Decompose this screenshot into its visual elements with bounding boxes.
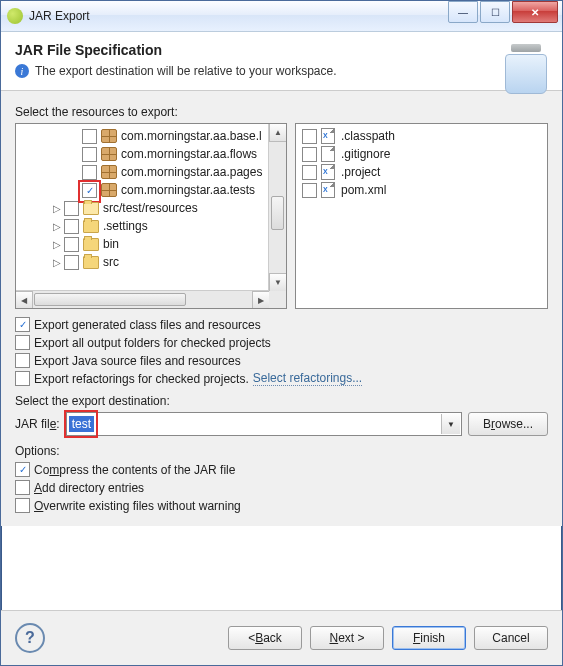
checkbox-label: Export all output folders for checked pr… [34, 336, 271, 350]
tree-node[interactable]: ▷src/test/resources [22, 199, 284, 217]
tree-checkbox[interactable] [82, 165, 97, 180]
file-item[interactable]: X.project [302, 163, 545, 181]
tree-label: com.morningstar.aa.tests [121, 183, 255, 197]
folder-icon [83, 256, 99, 269]
checkbox-label: Export generated class files and resourc… [34, 318, 261, 332]
checkbox-label: Export refactorings for checked projects… [34, 372, 249, 386]
destination-label: Select the export destination: [15, 394, 548, 408]
tree-label: com.morningstar.aa.base.l [121, 129, 262, 143]
chevron-down-icon[interactable]: ▼ [441, 414, 460, 434]
file-label: .classpath [341, 129, 395, 143]
close-button[interactable]: ✕ [512, 1, 558, 23]
tree-node[interactable]: com.morningstar.aa.tests [22, 181, 284, 199]
tree-label: com.morningstar.aa.flows [121, 147, 257, 161]
next-button[interactable]: Next > [310, 626, 384, 650]
scroll-left-icon[interactable]: ◀ [16, 291, 33, 308]
tree-node[interactable]: ▷src [22, 253, 284, 271]
scroll-corner [269, 291, 286, 308]
folder-icon [83, 238, 99, 251]
checkbox-label: Overwrite existing files without warning [34, 499, 241, 513]
tree-label: src [103, 255, 119, 269]
file-label: .project [341, 165, 380, 179]
export-output-folders-checkbox[interactable]: Export all output folders for checked pr… [15, 335, 548, 350]
wizard-header: JAR File Specification i The export dest… [1, 32, 562, 91]
cancel-button[interactable]: Cancel [474, 626, 548, 650]
tree-node[interactable]: com.morningstar.aa.base.l [22, 127, 284, 145]
page-title: JAR File Specification [15, 42, 548, 58]
tree-checkbox[interactable] [64, 219, 79, 234]
expand-icon[interactable]: ▷ [52, 203, 62, 214]
jar-file-value: test [69, 416, 94, 432]
export-java-source-checkbox[interactable]: Export Java source files and resources [15, 353, 548, 368]
back-button[interactable]: < Back [228, 626, 302, 650]
window-title: JAR Export [29, 9, 448, 23]
file-checkbox[interactable] [302, 147, 317, 162]
tree-label: src/test/resources [103, 201, 198, 215]
expand-icon[interactable]: ▷ [52, 221, 62, 232]
jar-icon [504, 44, 548, 92]
info-icon: i [15, 64, 29, 78]
file-item[interactable]: Xpom.xml [302, 181, 545, 199]
folder-icon [83, 220, 99, 233]
scroll-right-icon[interactable]: ▶ [252, 291, 269, 308]
overwrite-checkbox[interactable]: Overwrite existing files without warning [15, 498, 548, 513]
tree-checkbox[interactable] [82, 147, 97, 162]
tree-checkbox[interactable] [82, 183, 97, 198]
tree-vscrollbar[interactable]: ▲ ▼ [268, 124, 286, 291]
tree-checkbox[interactable] [64, 201, 79, 216]
checkbox-label: Add directory entries [34, 481, 144, 495]
tree-node[interactable]: com.morningstar.aa.flows [22, 145, 284, 163]
package-icon [101, 165, 117, 179]
tree-node[interactable]: ▷.settings [22, 217, 284, 235]
eclipse-icon [7, 8, 23, 24]
scroll-down-icon[interactable]: ▼ [269, 273, 286, 291]
tree-node[interactable]: ▷bin [22, 235, 284, 253]
scroll-up-icon[interactable]: ▲ [269, 124, 286, 142]
checkbox-label: Compress the contents of the JAR file [34, 463, 235, 477]
help-button[interactable]: ? [15, 623, 45, 653]
export-refactorings-checkbox[interactable]: Export refactorings for checked projects… [15, 371, 548, 386]
tree-checkbox[interactable] [64, 237, 79, 252]
file-icon [321, 146, 335, 162]
titlebar[interactable]: JAR Export — ☐ ✕ [1, 1, 562, 32]
package-icon [101, 183, 117, 197]
expand-icon[interactable]: ▷ [52, 239, 62, 250]
tree-node[interactable]: com.morningstar.aa.pages [22, 163, 284, 181]
checkbox-label: Export Java source files and resources [34, 354, 241, 368]
export-class-files-checkbox[interactable]: Export generated class files and resourc… [15, 317, 548, 332]
file-item[interactable]: .gitignore [302, 145, 545, 163]
file-icon: X [321, 164, 335, 180]
resources-label: Select the resources to export: [15, 105, 548, 119]
package-icon [101, 129, 117, 143]
minimize-button[interactable]: — [448, 1, 478, 23]
file-label: pom.xml [341, 183, 386, 197]
resource-tree-pane[interactable]: com.morningstar.aa.base.l com.morningsta… [15, 123, 287, 309]
jar-file-combo[interactable]: test ▼ [66, 412, 462, 436]
tree-checkbox[interactable] [64, 255, 79, 270]
file-label: .gitignore [341, 147, 390, 161]
add-directory-checkbox[interactable]: Add directory entries [15, 480, 548, 495]
select-refactorings-link[interactable]: Select refactorings... [253, 371, 362, 386]
jar-export-dialog: JAR Export — ☐ ✕ JAR File Specification … [0, 0, 563, 666]
jar-file-label: JAR file: [15, 417, 60, 431]
file-checkbox[interactable] [302, 183, 317, 198]
maximize-button[interactable]: ☐ [480, 1, 510, 23]
finish-button[interactable]: Finish [392, 626, 466, 650]
tree-label: bin [103, 237, 119, 251]
scroll-thumb[interactable] [271, 196, 284, 230]
tree-hscrollbar[interactable]: ◀ ▶ [16, 290, 269, 308]
file-checkbox[interactable] [302, 165, 317, 180]
tree-label: com.morningstar.aa.pages [121, 165, 262, 179]
compress-checkbox[interactable]: Compress the contents of the JAR file [15, 462, 548, 477]
tree-checkbox[interactable] [82, 129, 97, 144]
file-icon: X [321, 182, 335, 198]
file-list-pane[interactable]: X.classpath.gitignoreX.projectXpom.xml [295, 123, 548, 309]
hscroll-thumb[interactable] [34, 293, 186, 306]
file-item[interactable]: X.classpath [302, 127, 545, 145]
file-icon: X [321, 128, 335, 144]
package-icon [101, 147, 117, 161]
folder-icon [83, 202, 99, 215]
file-checkbox[interactable] [302, 129, 317, 144]
browse-button[interactable]: Browse... [468, 412, 548, 436]
expand-icon[interactable]: ▷ [52, 257, 62, 268]
